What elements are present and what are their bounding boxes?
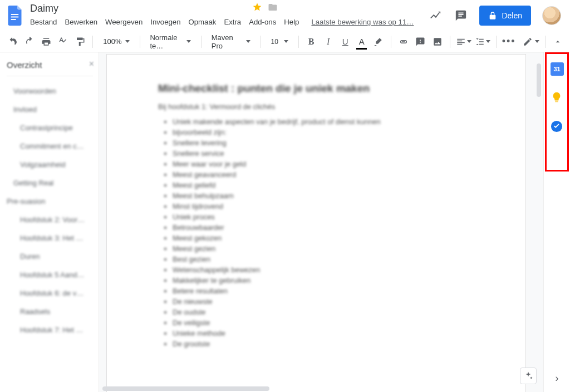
doc-bullet: Meer waar voor je geld bbox=[173, 159, 483, 169]
doc-subline: Bij hoofdstuk 1: Vermoord de clichés bbox=[158, 102, 483, 111]
outline-item[interactable]: Invloed bbox=[7, 100, 93, 119]
explore-button[interactable] bbox=[520, 367, 537, 384]
menu-bewerken[interactable]: Bewerken bbox=[65, 18, 97, 26]
docs-logo[interactable] bbox=[4, 4, 27, 27]
toolbar: 100% Normale te… Maven Pro 10 B I U A ••… bbox=[0, 31, 570, 52]
close-outline-icon[interactable]: × bbox=[89, 59, 94, 69]
menu-addons[interactable]: Add-ons bbox=[249, 18, 276, 26]
doc-bullet: De oudste bbox=[173, 307, 483, 317]
undo-icon[interactable] bbox=[6, 34, 19, 50]
outline-item[interactable]: Voorwoorden bbox=[7, 82, 93, 100]
font-size-select[interactable]: 10 bbox=[267, 34, 293, 50]
title-bar: Daimy Bestand Bewerken Weergeven Invoege… bbox=[0, 0, 570, 31]
doc-title[interactable]: Daimy bbox=[30, 3, 58, 14]
share-label: Delen bbox=[502, 11, 522, 20]
svg-rect-0 bbox=[11, 14, 19, 15]
spellcheck-icon[interactable] bbox=[56, 34, 70, 50]
menu-bar: Bestand Bewerken Weergeven Invoegen Opma… bbox=[30, 14, 414, 26]
outline-item[interactable]: Duren bbox=[7, 247, 93, 266]
outline-item[interactable]: Pre-suasion bbox=[7, 192, 93, 210]
outline-item[interactable]: Hoofdstuk 7: Het … bbox=[7, 321, 93, 339]
insert-comment-icon[interactable] bbox=[414, 34, 427, 50]
menu-extra[interactable]: Extra bbox=[224, 18, 241, 26]
doc-bullet: Meest gezien bbox=[173, 243, 483, 254]
doc-bullet: Snellere service bbox=[173, 148, 483, 159]
text-color-icon[interactable]: A bbox=[355, 34, 368, 50]
last-edit-link[interactable]: Laatste bewerking was op 11… bbox=[311, 18, 414, 26]
insert-link-icon[interactable] bbox=[397, 34, 410, 50]
font-select[interactable]: Maven Pro bbox=[207, 34, 255, 50]
doc-bullet: Snellere levering bbox=[173, 138, 483, 148]
star-icon[interactable] bbox=[252, 2, 262, 14]
menu-weergeven[interactable]: Weergeven bbox=[105, 18, 142, 26]
doc-bullet: bijvoorbeeld zijn: bbox=[173, 127, 483, 138]
bold-icon[interactable]: B bbox=[304, 34, 318, 50]
print-icon[interactable] bbox=[40, 34, 53, 50]
doc-bullet: Meest geliefd bbox=[173, 180, 483, 190]
insert-image-icon[interactable] bbox=[430, 34, 444, 50]
outline-item[interactable]: Volgzaamheid bbox=[7, 155, 93, 174]
zoom-select[interactable]: 100% bbox=[99, 34, 134, 50]
menu-opmaak[interactable]: Opmaak bbox=[189, 18, 217, 26]
activity-icon[interactable] bbox=[428, 8, 443, 23]
menu-help[interactable]: Help bbox=[284, 18, 299, 26]
outline-panel: Overzicht × VoorwoordenInvloedContrastpr… bbox=[0, 52, 99, 392]
menu-invoegen[interactable]: Invoegen bbox=[150, 18, 180, 26]
svg-rect-2 bbox=[11, 19, 16, 20]
outline-item[interactable]: Hoofdstuk 6: de v… bbox=[7, 284, 93, 302]
share-button[interactable]: Delen bbox=[479, 6, 531, 26]
comments-icon[interactable] bbox=[454, 8, 468, 23]
doc-bullet: Meest gekozen bbox=[173, 233, 483, 243]
side-panel: 31 › bbox=[543, 52, 570, 392]
doc-bullet: Uniek proces bbox=[173, 212, 483, 222]
collapse-toolbar-icon[interactable] bbox=[551, 34, 564, 50]
folder-icon[interactable] bbox=[268, 2, 278, 14]
doc-bullet: Uniek makende aspecten van je bedrijf, p… bbox=[173, 116, 483, 127]
outline-item[interactable]: Commitment en c… bbox=[7, 137, 93, 155]
doc-bullet: Minst tijdrovend bbox=[173, 201, 483, 212]
doc-bullet: Unieke methode bbox=[173, 328, 483, 339]
horizontal-scrollbar[interactable] bbox=[102, 386, 269, 391]
doc-bullet: De veiligste bbox=[173, 317, 483, 328]
outline-item[interactable]: Hoofdstuk 5 Aand… bbox=[7, 266, 93, 284]
avatar[interactable] bbox=[542, 6, 561, 25]
align-icon[interactable] bbox=[456, 34, 471, 50]
doc-headline: Mini-checklist : punten die je uniek mak… bbox=[158, 82, 483, 95]
doc-bullet: Makkelijker te gebruiken bbox=[173, 275, 483, 286]
outline-item[interactable]: Hoofdstuk 2: Voor… bbox=[7, 210, 93, 229]
svg-rect-1 bbox=[11, 17, 19, 18]
doc-bullet: De nieuwste bbox=[173, 296, 483, 307]
doc-bullet: Wetenschappelijk bewezen bbox=[173, 264, 483, 275]
document-page[interactable]: Mini-checklist : punten die je uniek mak… bbox=[107, 55, 525, 392]
outline-item[interactable]: Raadsels bbox=[7, 302, 93, 321]
redo-icon[interactable] bbox=[22, 34, 36, 50]
underline-icon[interactable]: U bbox=[338, 34, 352, 50]
menu-bestand[interactable]: Bestand bbox=[30, 18, 57, 26]
outline-title: Overzicht bbox=[7, 60, 42, 70]
paragraph-style-select[interactable]: Normale te… bbox=[145, 34, 195, 50]
highlight-color-icon[interactable] bbox=[371, 34, 385, 50]
doc-bullet: Betere resultaten bbox=[173, 286, 483, 296]
keep-icon[interactable] bbox=[551, 91, 564, 105]
calendar-icon[interactable]: 31 bbox=[551, 62, 564, 76]
doc-bullet: Meest geavanceerd bbox=[173, 169, 483, 180]
document-surface[interactable]: Mini-checklist : punten die je uniek mak… bbox=[99, 52, 543, 392]
doc-bullet: Meest behulpzaam bbox=[173, 190, 483, 201]
outline-item[interactable]: Contrastprincipe bbox=[7, 119, 93, 137]
tasks-icon[interactable] bbox=[551, 120, 564, 134]
italic-icon[interactable]: I bbox=[321, 34, 335, 50]
line-spacing-icon[interactable] bbox=[475, 34, 490, 50]
outline-item[interactable]: Getting Real bbox=[7, 174, 93, 192]
doc-bullet: Best gezien bbox=[173, 254, 483, 264]
doc-bullet: Betrouwbaarder bbox=[173, 222, 483, 233]
doc-bullet-list: Uniek makende aspecten van je bedrijf, p… bbox=[158, 116, 483, 349]
vertical-scrollbar[interactable] bbox=[537, 63, 541, 97]
outline-item[interactable]: Hoofdstuk 3: Het … bbox=[7, 229, 93, 247]
editing-mode-select[interactable] bbox=[523, 37, 539, 47]
doc-bullet: De grootste bbox=[173, 339, 483, 349]
outline-list: VoorwoordenInvloedContrastprincipeCommit… bbox=[7, 82, 93, 339]
side-panel-expand-icon[interactable]: › bbox=[556, 373, 559, 384]
more-icon[interactable]: ••• bbox=[502, 34, 516, 50]
paint-format-icon[interactable] bbox=[73, 34, 87, 50]
